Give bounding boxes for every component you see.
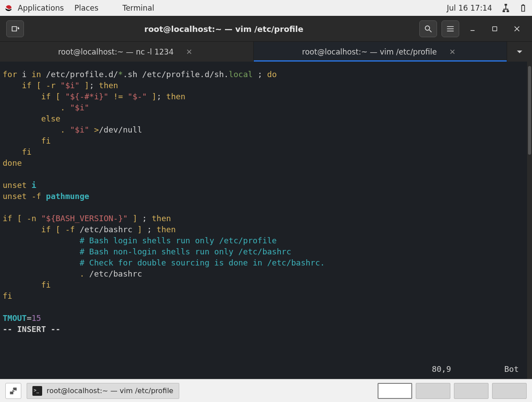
scrollbar-thumb[interactable] [528, 66, 531, 155]
workspace-1[interactable] [378, 383, 412, 399]
tab-label: root@localhost:~ — nc -l 1234 [58, 47, 173, 56]
battery-icon[interactable] [519, 3, 528, 13]
search-button[interactable] [419, 20, 437, 37]
window-title: root@localhost:~ — vim /etc/profile [28, 24, 419, 34]
svg-rect-1 [471, 30, 475, 31]
system-tray [501, 3, 528, 13]
workspace-3[interactable] [454, 383, 489, 399]
taskbar-task-terminal[interactable]: root@localhost:~ — vim /etc/profile [27, 383, 179, 399]
terminal-window: root@localhost:~ — vim /etc/profile root… [0, 16, 532, 379]
code-line: if [ -n "${BASH_VERSION-}" ] ; then [3, 213, 532, 224]
tab-close-icon[interactable]: ✕ [446, 47, 458, 57]
code-line: . "$i" >/dev/null [3, 124, 532, 135]
code-line: TMOUT=15 [3, 312, 532, 324]
gnome-bottom-panel: root@localhost:~ — vim /etc/profile [0, 379, 532, 402]
code-line: fi [3, 146, 532, 157]
gnome-top-bar: Applications Places Terminal Jul 16 17:1… [0, 0, 532, 16]
code-line: . "$i" [3, 102, 532, 113]
maximize-button[interactable] [486, 20, 504, 37]
workspace-4[interactable] [492, 383, 527, 399]
code-line: for i in /etc/profile.d/*.sh /etc/profil… [3, 69, 532, 80]
terminal-app-icon [32, 386, 42, 396]
code-line: fi [3, 279, 532, 290]
close-button[interactable] [508, 20, 526, 37]
code-line: if [ "${-#*i}" != "$-" ]; then [3, 91, 532, 102]
vim-status-right: 80,9 Bot [432, 363, 519, 375]
svg-rect-2 [493, 27, 497, 31]
code-line: done [3, 157, 532, 168]
task-label: root@localhost:~ — vim /etc/profile [47, 386, 173, 395]
terminal-tab-2[interactable]: root@localhost:~ — vim /etc/profile ✕ [254, 42, 508, 62]
vim-scroll-position: Bot [504, 363, 519, 375]
minimize-button[interactable] [464, 20, 481, 37]
redhat-logo-icon [4, 4, 13, 12]
code-line: unset -f pathmunge [3, 191, 532, 202]
window-titlebar[interactable]: root@localhost:~ — vim /etc/profile [0, 16, 532, 41]
terminal-tabs: root@localhost:~ — nc -l 1234 ✕ root@loc… [0, 41, 532, 62]
code-line: # Bash login shells run only /etc/profil… [3, 235, 532, 246]
code-line: # Bash non-login shells run only /etc/ba… [3, 246, 532, 257]
network-icon[interactable] [501, 3, 511, 13]
svg-point-0 [425, 26, 430, 30]
code-line: unset i [3, 180, 532, 191]
tab-label: root@localhost:~ — vim /etc/profile [302, 47, 437, 56]
workspace-switcher-button[interactable] [5, 383, 21, 399]
code-line [3, 202, 532, 213]
code-line: # Check for double sourcing is done in /… [3, 257, 532, 268]
scrollbar[interactable] [527, 62, 532, 379]
tabs-menu-button[interactable] [507, 42, 532, 62]
terminal-content[interactable]: for i in /etc/profile.d/*.sh /etc/profil… [0, 62, 532, 379]
vim-cursor-position: 80,9 [432, 363, 451, 375]
code-line: if [ -r "$i" ]; then [3, 80, 532, 91]
workspace-2[interactable] [416, 383, 450, 399]
places-menu[interactable]: Places [75, 4, 99, 12]
new-tab-button[interactable] [6, 20, 24, 37]
code-line: fi [3, 135, 532, 146]
code-line: . /etc/bashrc [3, 268, 532, 279]
code-line [3, 168, 532, 180]
workspace-thumbnails [378, 383, 527, 399]
tab-close-icon[interactable]: ✕ [183, 47, 195, 57]
code-line [3, 301, 532, 312]
code-line: else [3, 113, 532, 124]
applications-menu[interactable]: Applications [18, 4, 64, 12]
terminal-tab-1[interactable]: root@localhost:~ — nc -l 1234 ✕ [0, 42, 254, 62]
code-line: if [ -f /etc/bashrc ] ; then [3, 224, 532, 235]
clock[interactable]: Jul 16 17:14 [447, 4, 492, 12]
hamburger-menu-button[interactable] [441, 20, 459, 37]
code-line: fi [3, 290, 532, 301]
code-line: -- INSERT -- [3, 324, 532, 335]
active-app-menu[interactable]: Terminal [122, 4, 154, 12]
